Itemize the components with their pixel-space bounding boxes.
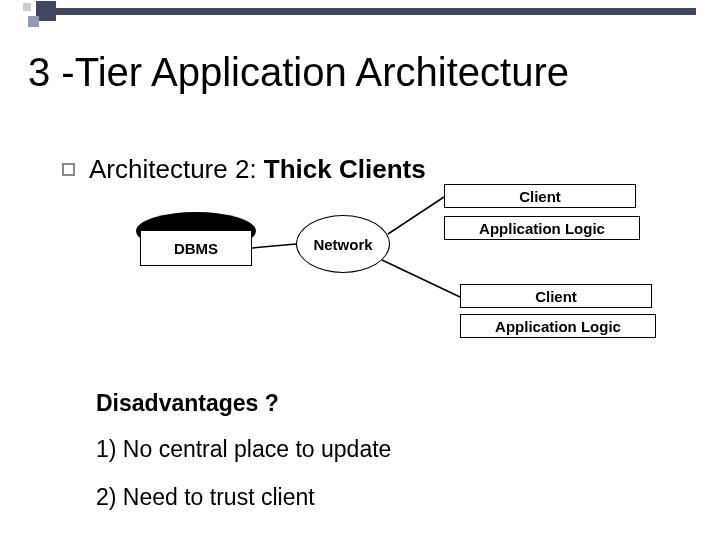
- app-logic-label-1: Application Logic: [479, 220, 605, 237]
- header-square-medium: [28, 16, 39, 27]
- bullet-square-icon: [62, 163, 75, 176]
- network-node: Network: [296, 215, 390, 273]
- connector-lines: [0, 182, 720, 382]
- architecture-diagram: DBMS Network Client Application Logic Cl…: [0, 182, 720, 382]
- disadvantage-1: 1) No central place to update: [96, 436, 391, 463]
- bullet-line: Architecture 2: Thick Clients: [62, 154, 426, 185]
- svg-line-1: [388, 197, 444, 234]
- app-logic-label-2: Application Logic: [495, 318, 621, 335]
- bullet-bold: Thick Clients: [264, 154, 426, 184]
- header-square-large: [36, 1, 56, 21]
- disadvantages-heading: Disadvantages ?: [96, 390, 279, 417]
- app-logic-box-1: Application Logic: [444, 216, 640, 240]
- dbms-label: DBMS: [174, 240, 218, 257]
- dbms-box: DBMS: [140, 230, 252, 266]
- app-logic-box-2: Application Logic: [460, 314, 656, 338]
- client-label-1: Client: [519, 188, 561, 205]
- client-box-2: Client: [460, 284, 652, 308]
- disadvantage-2: 2) Need to trust client: [96, 484, 315, 511]
- svg-line-2: [382, 260, 460, 297]
- client-label-2: Client: [535, 288, 577, 305]
- bullet-prefix: Architecture 2:: [89, 154, 264, 184]
- slide-header: [0, 0, 720, 30]
- bullet-text: Architecture 2: Thick Clients: [89, 154, 426, 185]
- header-square-small: [23, 3, 31, 11]
- header-accent-bar: [56, 8, 696, 15]
- network-label: Network: [313, 236, 372, 253]
- slide-title: 3 -Tier Application Architecture: [28, 50, 569, 95]
- svg-line-0: [252, 244, 296, 248]
- client-box-1: Client: [444, 184, 636, 208]
